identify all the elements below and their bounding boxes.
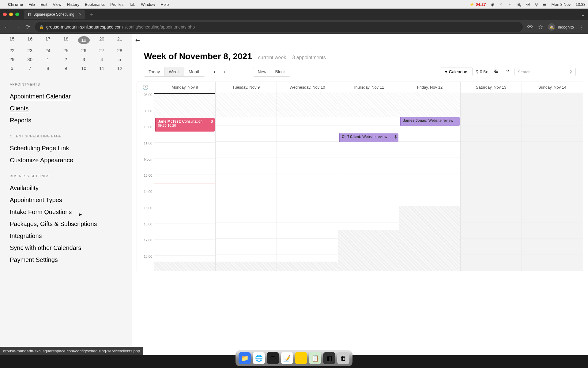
dock-trash[interactable]: 🗑 bbox=[337, 352, 349, 364]
browser-tab[interactable]: ◧ Squarespace Scheduling × bbox=[24, 10, 85, 19]
sidebar-item[interactable]: Appointment Calendar bbox=[0, 90, 132, 102]
calendar-event[interactable]: James Jonas: Website review bbox=[400, 117, 460, 126]
calendars-button[interactable]: ▾ Calendars bbox=[441, 67, 473, 76]
mini-cal-day[interactable]: 19 bbox=[78, 36, 90, 44]
menu-edit[interactable]: Edit bbox=[40, 2, 47, 7]
sidebar-item[interactable]: Intake Form Questions bbox=[0, 206, 132, 218]
window-maximize[interactable] bbox=[15, 13, 19, 16]
battery-indicator[interactable]: ⚡04:27 bbox=[469, 2, 486, 7]
zoom-control[interactable]: ⚲ 0.5x bbox=[476, 69, 488, 74]
mini-cal-day[interactable]: 23 bbox=[24, 48, 36, 53]
star-icon[interactable]: ☆ bbox=[537, 24, 544, 30]
mini-cal-day[interactable]: 9 bbox=[60, 66, 72, 71]
day-column[interactable]: James Jonas: Website review bbox=[399, 93, 460, 271]
day-column[interactable] bbox=[460, 93, 522, 271]
mini-cal-day[interactable]: 24 bbox=[42, 48, 54, 53]
new-tab-button[interactable]: + bbox=[88, 11, 96, 18]
mini-cal-day[interactable]: 1 bbox=[42, 57, 54, 62]
mini-cal-day[interactable]: 28 bbox=[114, 48, 126, 53]
mini-cal-day[interactable]: 7 bbox=[24, 66, 36, 71]
today-button[interactable]: Today bbox=[144, 67, 164, 76]
mini-cal-day[interactable]: 16 bbox=[24, 36, 36, 44]
menubar-date[interactable]: Mon 8 Nov bbox=[552, 2, 571, 7]
power-icon[interactable]: 🔌 bbox=[516, 2, 521, 7]
mini-cal-day[interactable]: 30 bbox=[24, 57, 36, 62]
dock-chrome[interactable]: 🌐 bbox=[253, 352, 265, 364]
control-center-icon[interactable]: ☰ bbox=[543, 2, 547, 7]
menu-profiles[interactable]: Profiles bbox=[110, 2, 123, 7]
tab-close-icon[interactable]: × bbox=[79, 12, 81, 17]
dock-app-2[interactable]: 📋 bbox=[309, 352, 321, 364]
sidebar-item[interactable]: Appointment Types bbox=[0, 194, 132, 206]
mini-cal-day[interactable]: 18 bbox=[60, 36, 72, 44]
back-button[interactable]: ← bbox=[4, 24, 10, 30]
day-column[interactable] bbox=[522, 93, 583, 271]
window-minimize[interactable] bbox=[9, 13, 13, 16]
sidebar-item[interactable]: Payment Settings bbox=[0, 254, 132, 266]
sidebar-item[interactable]: Integrations bbox=[0, 230, 132, 242]
sidebar-item[interactable]: Scheduling Page Link bbox=[0, 142, 132, 154]
help-icon[interactable]: ? bbox=[504, 68, 511, 76]
mini-cal-day[interactable]: 15 bbox=[6, 36, 18, 44]
status-icon-2[interactable]: ✕ bbox=[499, 2, 503, 7]
sidebar-item[interactable]: Clients bbox=[0, 102, 132, 114]
dock-app-3[interactable]: ◧ bbox=[323, 352, 335, 364]
eye-off-icon[interactable]: 👁 bbox=[527, 24, 533, 30]
menu-file[interactable]: File bbox=[28, 2, 35, 7]
sidebar-item[interactable]: Reports bbox=[0, 114, 132, 126]
new-button[interactable]: New bbox=[253, 67, 271, 76]
mini-cal-day[interactable]: 29 bbox=[6, 57, 18, 62]
sidebar-item[interactable]: Packages, Gifts & Subscriptions bbox=[0, 218, 132, 230]
calendar-event[interactable]: Jane McTest: Consultation$09:30-10:20 bbox=[155, 118, 215, 132]
day-column[interactable]: Cliff Client: Website review$ bbox=[338, 93, 399, 271]
dock-finder[interactable]: 📁 bbox=[239, 352, 251, 364]
search-input[interactable]: Search... ⚲ bbox=[514, 68, 576, 76]
mini-cal-day[interactable]: 26 bbox=[78, 48, 90, 53]
status-icon-3[interactable]: ⋯ bbox=[507, 2, 511, 7]
menu-bookmarks[interactable]: Bookmarks bbox=[85, 2, 105, 7]
menubar-clock[interactable]: 13:33 bbox=[575, 2, 586, 7]
sidebar-item[interactable]: Availability bbox=[0, 182, 132, 194]
spotlight-icon[interactable]: ⚲ bbox=[535, 2, 538, 7]
menu-history[interactable]: History bbox=[67, 2, 79, 7]
menu-help[interactable]: Help bbox=[161, 2, 169, 7]
mini-cal-day[interactable]: 21 bbox=[114, 36, 126, 44]
mini-cal-day[interactable]: 6 bbox=[6, 66, 18, 71]
mini-cal-day[interactable]: 25 bbox=[60, 48, 72, 53]
calendar-event[interactable]: Cliff Client: Website review$ bbox=[339, 133, 398, 142]
mini-cal-day[interactable]: 27 bbox=[96, 48, 107, 53]
mini-cal-day[interactable]: 2 bbox=[60, 57, 72, 62]
mini-cal-day[interactable]: 12 bbox=[114, 66, 126, 71]
mini-calendar[interactable]: 1516171819202122232425262728293012345678… bbox=[0, 34, 132, 81]
mini-cal-day[interactable]: 10 bbox=[78, 66, 90, 71]
day-column[interactable]: Jane McTest: Consultation$09:30-10:20 bbox=[154, 93, 215, 271]
day-column[interactable] bbox=[277, 93, 338, 271]
week-button[interactable]: Week bbox=[164, 67, 184, 76]
forward-button[interactable]: → bbox=[14, 24, 20, 30]
mini-cal-day[interactable]: 8 bbox=[42, 66, 54, 71]
day-column[interactable] bbox=[215, 93, 277, 271]
dock-terminal[interactable]: ▢ bbox=[267, 352, 279, 364]
block-button[interactable]: Block bbox=[271, 67, 290, 76]
mini-cal-day[interactable]: 3 bbox=[78, 57, 90, 62]
omnibox[interactable]: 🔒 grouse-mandarin-sxnl.squarespace.com/c… bbox=[35, 22, 523, 32]
wifi-icon[interactable]: ⦿ bbox=[526, 2, 530, 7]
month-button[interactable]: Month bbox=[184, 67, 205, 76]
menu-view[interactable]: View bbox=[53, 2, 61, 7]
tabs-chevron-icon[interactable]: ⌄ bbox=[581, 12, 585, 17]
dock-app-1[interactable]: ⚡ bbox=[295, 352, 307, 364]
mini-cal-day[interactable]: 4 bbox=[96, 57, 107, 62]
status-icon-1[interactable]: ◉ bbox=[491, 2, 494, 7]
print-icon[interactable]: 🖶 bbox=[491, 68, 501, 76]
next-week-icon[interactable]: › bbox=[221, 68, 228, 76]
mini-cal-day[interactable]: 22 bbox=[6, 48, 18, 53]
window-close[interactable] bbox=[3, 13, 7, 16]
mini-cal-day[interactable]: 11 bbox=[96, 66, 107, 71]
menu-window[interactable]: Window bbox=[141, 2, 155, 7]
mini-cal-day[interactable]: 17 bbox=[42, 36, 54, 44]
prev-week-icon[interactable]: ‹ bbox=[211, 68, 218, 76]
menu-tab[interactable]: Tab bbox=[129, 2, 135, 7]
chrome-menu-icon[interactable]: ⋮ bbox=[578, 24, 584, 30]
menubar-app[interactable]: Chrome bbox=[8, 2, 23, 7]
sidebar-item[interactable]: Customize Appearance bbox=[0, 154, 132, 166]
